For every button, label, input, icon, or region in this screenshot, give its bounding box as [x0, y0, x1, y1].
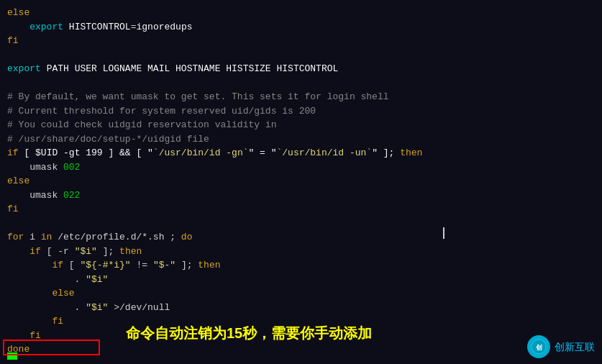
code-line-umask002: umask 002: [7, 160, 595, 175]
code-line-if: if [ $UID -gt 199 ] && [ "`/usr/bin/id -…: [7, 146, 595, 160]
code-line-if3: if [ "${-#*i}" != "$-" ]; then: [7, 258, 595, 273]
code-line-dot1: . "$i": [7, 273, 595, 287]
code-line-blank3: [7, 217, 595, 231]
code-line-blank1: [7, 48, 595, 63]
cursor-bar: [443, 227, 444, 239]
code-line-else2: else: [7, 174, 595, 188]
code-line-blank4: [7, 357, 595, 365]
code-line-export-path: export PATH USER LOGNAME MAIL HOSTNAME H…: [7, 62, 595, 76]
code-line-fi3: fi: [7, 314, 595, 329]
code-line-comment3: # You could check uidgid reservation val…: [7, 118, 595, 132]
code-line-for: for i in /etc/profile.d/*.sh ; do: [7, 230, 595, 245]
code-line-else1: else: [7, 6, 595, 20]
code-line-comment4: # /usr/share/doc/setup-*/uidgid file: [7, 132, 595, 147]
code-line-export-hist: export HISTCONTROL=ignoredups: [7, 20, 595, 35]
logo-icon: 创: [527, 335, 550, 358]
logo-text: 创新互联: [555, 340, 595, 355]
code-line-if2: if [ -r "$i" ]; then: [7, 245, 595, 259]
code-line-comment2: # Current threshold for system reserved …: [7, 104, 595, 119]
logo-svg: 创: [531, 339, 547, 355]
cursor-indicator: [7, 352, 17, 360]
logo-area: 创 创新互联: [527, 335, 595, 358]
svg-text:创: 创: [535, 344, 542, 352]
code-line-fi2: fi: [7, 202, 595, 217]
code-line-comment1: # By default, we want umask to get set. …: [7, 90, 595, 104]
code-editor: else export HISTCONTROL=ignoredups fi ex…: [0, 0, 602, 364]
code-line-blank2: [7, 76, 595, 91]
code-line-dot2: . "$i" >/dev/null: [7, 301, 595, 315]
code-line-fi1: fi: [7, 34, 595, 48]
code-line-else3: else: [7, 286, 595, 301]
code-line-umask022: umask 022: [7, 188, 595, 203]
code-line-fi4: fi: [7, 329, 595, 343]
code-line-done: done: [7, 342, 595, 357]
